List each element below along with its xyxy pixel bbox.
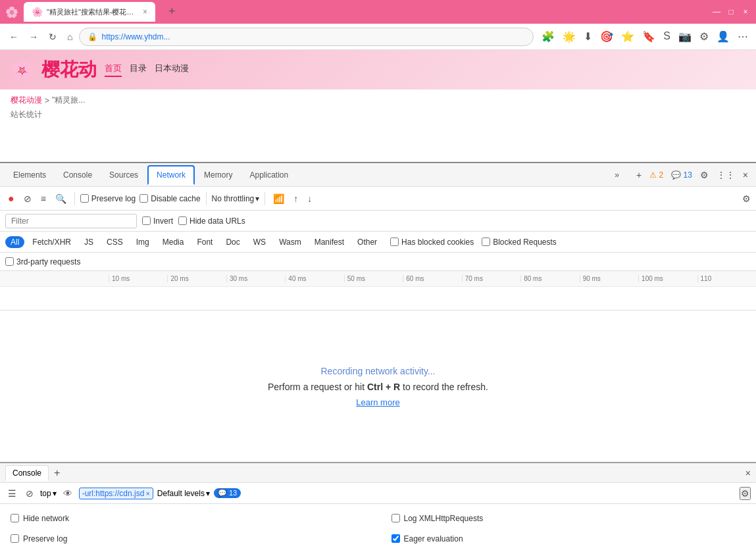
window-controls: — □ × (711, 7, 751, 17)
extension-icon-2[interactable]: 🌟 (560, 29, 578, 44)
devtools-settings-button[interactable]: ⚙ (697, 168, 711, 182)
breadcrumb-home[interactable]: 樱花动漫 (11, 95, 42, 106)
console-preserve-log-checkbox[interactable] (11, 534, 19, 543)
learn-more-link[interactable]: Learn more (356, 397, 399, 407)
extension-icon-6[interactable]: 🔖 (640, 29, 658, 44)
add-console-tab-button[interactable]: + (51, 467, 63, 479)
tab-sources[interactable]: Sources (101, 166, 146, 184)
console-close-button[interactable]: × (745, 468, 751, 478)
type-ws-button[interactable]: WS (248, 236, 271, 248)
add-panel-button[interactable]: + (634, 168, 644, 182)
toolbar-separator-2 (206, 192, 207, 205)
type-img-button[interactable]: Img (131, 236, 155, 248)
refresh-button[interactable]: ↻ (45, 29, 61, 45)
extension-icon-5[interactable]: ⭐ (618, 29, 637, 44)
nav-catalog[interactable]: 目录 (130, 63, 147, 77)
has-blocked-cookies-checkbox[interactable] (390, 238, 399, 246)
user-icon[interactable]: 👤 (714, 29, 732, 44)
console-settings-button[interactable]: ⚙ (740, 487, 751, 500)
hide-network-checkbox[interactable] (11, 514, 19, 522)
invert-checkbox[interactable] (142, 216, 151, 225)
more-icon[interactable]: ⋯ (735, 29, 751, 44)
toolbar-separator-1 (74, 192, 75, 205)
dock-button[interactable]: ⋮⋮ (714, 168, 738, 182)
disable-cache-check[interactable]: Disable cache (139, 194, 200, 203)
clear-button[interactable]: ⊘ (21, 192, 34, 205)
home-button[interactable]: ⌂ (63, 29, 76, 45)
back-button[interactable]: ← (5, 29, 22, 45)
filter-input[interactable] (5, 214, 137, 228)
tab-network[interactable]: Network (147, 165, 195, 185)
more-tabs-button[interactable]: » (607, 166, 627, 184)
close-button[interactable]: × (740, 7, 751, 17)
eager-eval-checkbox[interactable] (391, 534, 400, 543)
address-bar[interactable]: 🔒 https://www.yhdm... (79, 28, 534, 46)
type-font-button[interactable]: Font (191, 236, 218, 248)
type-all-button[interactable]: All (5, 236, 24, 248)
extension-icon-7[interactable]: S (661, 29, 673, 44)
type-js-button[interactable]: JS (79, 236, 99, 248)
extension-icon-4[interactable]: 🎯 (597, 29, 616, 44)
nav-japanese[interactable]: 日本动漫 (155, 63, 189, 77)
extension-icon-1[interactable]: 🧩 (539, 29, 557, 44)
third-party-checkbox[interactable] (5, 257, 14, 266)
type-manifest-button[interactable]: Manifest (309, 236, 349, 248)
tab-elements[interactable]: Elements (5, 166, 54, 184)
tab-close-icon[interactable]: × (143, 7, 147, 16)
network-timeline: 10 ms 20 ms 30 ms 40 ms 50 ms 60 ms 70 m… (0, 271, 756, 311)
console-tab-button[interactable]: Console (5, 465, 49, 481)
preserve-log-checkbox[interactable] (80, 194, 89, 203)
has-blocked-cookies-check[interactable]: Has blocked cookies (390, 238, 474, 247)
third-party-label: 3rd-party requests (16, 257, 80, 266)
tab-memory[interactable]: Memory (196, 166, 240, 184)
record-button[interactable]: ● (5, 191, 17, 206)
extension-icon-8[interactable]: 📷 (676, 29, 694, 44)
throttle-select[interactable]: No throttling ▾ (212, 194, 260, 203)
new-tab-button[interactable]: + (163, 2, 181, 21)
upload-icon[interactable]: ↑ (291, 192, 301, 205)
log-xhr-checkbox[interactable] (391, 514, 400, 522)
forward-button[interactable]: → (25, 29, 42, 45)
console-clear-button[interactable]: ⊘ (23, 487, 36, 500)
hide-data-urls-check[interactable]: Hide data URLs (178, 216, 245, 226)
error-badge[interactable]: 💬 13 (668, 168, 695, 182)
blocked-requests-label: Blocked Requests (493, 238, 557, 247)
nav-home[interactable]: 首页 (105, 63, 122, 77)
search-button[interactable]: 🔍 (53, 192, 69, 205)
maximize-button[interactable]: □ (726, 7, 736, 17)
console-context-select[interactable]: top ▾ (40, 489, 57, 498)
wifi-icon[interactable]: 📶 (270, 192, 287, 205)
console-filter-close-icon[interactable]: × (145, 490, 149, 497)
download-icon[interactable]: ↓ (305, 192, 315, 205)
extension-icon-3[interactable]: ⬇ (581, 29, 595, 44)
page-section: 🌸 樱花动 首页 目录 日本动漫 樱花动漫 > "精灵旅... 站长统计 (0, 50, 756, 162)
type-media-button[interactable]: Media (157, 236, 189, 248)
filter-toggle-button[interactable]: ≡ (38, 192, 49, 205)
tab-application[interactable]: Application (241, 166, 296, 184)
console-eye-button[interactable]: 👁 (61, 487, 75, 500)
tab-console[interactable]: Console (55, 166, 100, 184)
type-doc-button[interactable]: Doc (220, 236, 245, 248)
settings-icon[interactable]: ⚙ (697, 29, 711, 44)
blocked-requests-check[interactable]: Blocked Requests (482, 238, 557, 247)
breadcrumb-separator: > (45, 96, 49, 105)
type-other-button[interactable]: Other (352, 236, 382, 248)
throttle-label: No throttling (212, 194, 255, 203)
preserve-log-check[interactable]: Preserve log (80, 194, 136, 203)
hide-data-urls-checkbox[interactable] (178, 216, 187, 225)
blocked-requests-checkbox[interactable] (482, 238, 490, 246)
type-wasm-button[interactable]: Wasm (274, 236, 307, 248)
network-settings-button[interactable]: ⚙ (742, 193, 751, 204)
console-level-select[interactable]: Default levels ▾ (157, 489, 210, 498)
browser-tab[interactable]: 🌸 "精灵旅社"搜索结果-樱花动漫 × (24, 2, 155, 22)
disable-cache-checkbox[interactable] (139, 194, 148, 203)
warning-badge[interactable]: ⚠ 2 (647, 168, 666, 182)
third-party-check[interactable]: 3rd-party requests (5, 257, 80, 266)
invert-check[interactable]: Invert (142, 216, 173, 226)
console-sidebar-button[interactable]: ☰ (5, 487, 19, 500)
devtools-close-button[interactable]: × (740, 168, 751, 182)
minimize-button[interactable]: — (711, 7, 722, 17)
type-css-button[interactable]: CSS (101, 236, 128, 248)
type-fetchxhr-button[interactable]: Fetch/XHR (27, 236, 76, 248)
has-blocked-cookies-label: Has blocked cookies (401, 238, 474, 247)
